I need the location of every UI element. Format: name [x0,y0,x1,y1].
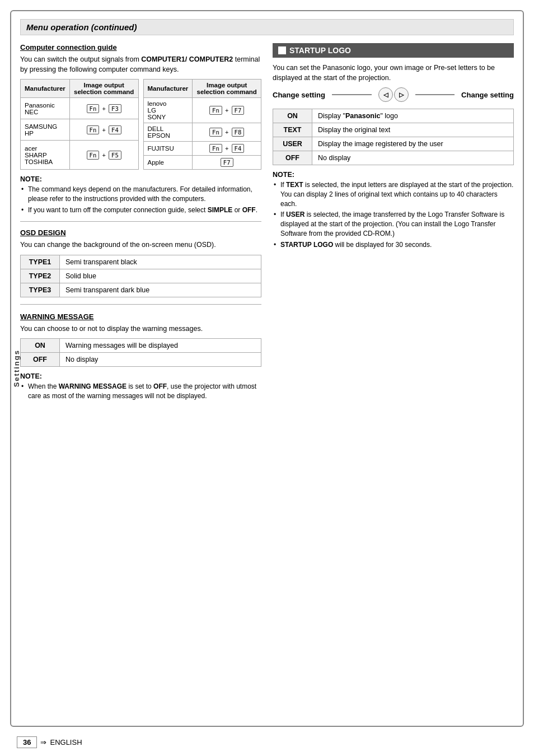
table-row: OFF No display [273,151,514,165]
right-arrow-icon[interactable]: ▷ [394,87,409,102]
page-number: 36 [17,736,37,748]
startup-note-label: NOTE: [273,171,514,179]
key-f3: F3 [109,104,121,113]
startup-off-desc: No display [312,151,514,165]
key-f5: F5 [109,151,121,160]
computer-note-label: NOTE: [20,175,261,183]
change-setting-right: Change setting [461,91,514,99]
divider [20,221,261,222]
table-row: acerSHARPTOSHIBA Fn + F5 [21,141,139,170]
comp-table-1: Manufacturer Image output selection comm… [20,79,139,170]
manufacturer-cell: PanasonicNEC [21,98,70,119]
table-row: SAMSUNGHP Fn + F4 [21,119,139,141]
key-fn: Fn [209,128,222,137]
type3-desc: Semi transparent dark blue [60,283,261,297]
key-fn: Fn [87,151,100,160]
list-item: If TEXT is selected, the input letters a… [273,180,514,208]
startup-off-label: OFF [273,151,312,165]
sidebar-label: Settings [12,349,21,387]
osd-table: TYPE1 Semi transparent black TYPE2 Solid… [20,255,261,297]
command-cell: Fn + F7 [193,98,261,123]
osd-design-section: OSD DESIGN You can change the background… [20,228,261,297]
warning-on-desc: Warning messages will be displayed [60,339,261,353]
table-row: TYPE2 Solid blue [21,269,261,283]
warning-message-section: WARNING MESSAGE You can choose to or not… [20,312,261,401]
type2-label: TYPE2 [21,269,60,283]
key-f4: F4 [109,125,121,134]
list-item: If you want to turn off the computer con… [20,206,261,215]
right-column: STARTUP LOGO You can set the Panasonic l… [273,43,514,408]
footer-arrow-icon: ⇒ [40,738,46,746]
osd-design-title: OSD DESIGN [20,228,261,237]
startup-logo-intro: You can set the Panasonic logo, your own… [273,63,514,83]
startup-notes: If TEXT is selected, the input letters a… [273,180,514,250]
key-fn: Fn [209,106,222,115]
change-setting-row: Change setting ◁ ▷ Change setting [273,87,514,102]
warning-off-label: OFF [21,353,60,367]
dash-line [332,94,372,95]
type3-label: TYPE3 [21,283,60,297]
startup-user-desc: Display the image registered by the user [312,137,514,151]
warning-notes: When the WARNING MESSAGE is set to OFF, … [20,382,261,401]
computer-connection-intro: You can switch the output signals from C… [20,55,261,74]
section-title: Menu operation (continued) [20,19,514,35]
page-footer: 36 ⇒ ENGLISH [17,736,82,748]
command-cell: Fn + F4 [193,142,261,156]
table-row: USER Display the image registered by the… [273,137,514,151]
list-item: If USER is selected, the image transferr… [273,210,514,238]
col-manufacturer-1: Manufacturer [21,80,70,98]
key-fn: Fn [87,104,100,113]
two-col-layout: Computer connection guide You can switch… [20,43,514,408]
startup-text-desc: Display the original text [312,123,514,137]
computer-connection-section: Computer connection guide You can switch… [20,43,261,214]
key-f7: F7 [232,106,245,115]
command-cell: Fn + F8 [193,123,261,142]
page-border: Menu operation (continued) Computer conn… [10,10,524,727]
startup-text-label: TEXT [273,123,312,137]
key-fn: Fn [209,144,222,153]
change-setting-left: Change setting [273,91,325,99]
command-cell: Fn + F4 [69,119,138,141]
startup-title-icon [278,46,286,54]
startup-logo-title: STARTUP LOGO [289,46,351,55]
type1-label: TYPE1 [21,255,60,269]
table-row: TEXT Display the original text [273,123,514,137]
table-row: OFF No display [21,353,261,367]
startup-on-label: ON [273,109,312,123]
warning-message-intro: You can choose to or not to display the … [20,324,261,334]
key-fn: Fn [87,125,100,134]
computer-notes: The command keys depend on the manufactu… [20,185,261,214]
startup-on-desc: Display "Panasonic" logo [312,109,514,123]
command-cell: F7 [193,156,261,170]
footer-language: ENGLISH [50,738,82,746]
warning-table: ON Warning messages will be displayed OF… [20,338,261,367]
table-row: TYPE3 Semi transparent dark blue [21,283,261,297]
left-column: Computer connection guide You can switch… [20,43,261,408]
manufacturer-cell: FUJITSU [143,142,193,156]
type2-desc: Solid blue [60,269,261,283]
warning-off-desc: No display [60,353,261,367]
table-row: lenovoLGSONY Fn + F7 [143,98,261,123]
type1-desc: Semi transparent black [60,255,261,269]
col-manufacturer-2: Manufacturer [143,80,193,98]
arrow-icons: ◁ ▷ [378,87,409,102]
table-row: DELLEPSON Fn + F8 [143,123,261,142]
startup-user-label: USER [273,137,312,151]
startup-logo-table: ON Display "Panasonic" logo TEXT Display… [273,109,514,165]
manufacturer-cell: Apple [143,156,193,170]
col-command-2: Image output selection command [193,80,261,98]
key-f7-apple: F7 [221,158,233,167]
command-cell: Fn + F3 [69,98,138,119]
manufacturer-cell: SAMSUNGHP [21,119,70,141]
comp-table-2: Manufacturer Image output selection comm… [143,79,262,170]
warning-on-label: ON [21,339,60,353]
table-row: ON Warning messages will be displayed [21,339,261,353]
startup-logo-title-bar: STARTUP LOGO [273,43,514,58]
computer-connection-title: Computer connection guide [20,43,261,52]
osd-design-intro: You can change the background of the on-… [20,240,261,250]
table-row: TYPE1 Semi transparent black [21,255,261,269]
left-arrow-icon[interactable]: ◁ [378,87,393,102]
key-f4b: F4 [232,144,245,153]
table-row: PanasonicNEC Fn + F3 [21,98,139,119]
list-item: When the WARNING MESSAGE is set to OFF, … [20,382,261,401]
